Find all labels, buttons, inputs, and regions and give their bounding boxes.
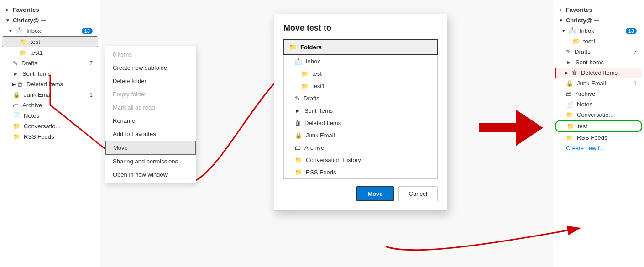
dialog-conversation-icon: 📁 bbox=[295, 157, 302, 163]
right-junk-item[interactable]: 🔒 Junk Email 1 bbox=[555, 78, 642, 89]
dialog-folders-label: Folders bbox=[300, 44, 322, 51]
dialog-archive-item[interactable]: 🗃 Archive bbox=[284, 141, 437, 154]
right-rss-label: RSS Feeds bbox=[577, 134, 607, 141]
context-create-subfolder[interactable]: Create new subfolder bbox=[105, 61, 196, 74]
dialog-deleted-items-label: Deleted Items bbox=[304, 120, 341, 126]
deleted-items-item[interactable]: ► 🗑 Deleted Items bbox=[2, 79, 98, 89]
conversation-item[interactable]: 📁 Conversatio... bbox=[2, 121, 98, 131]
junk-icon: 🔒 bbox=[13, 91, 20, 98]
dialog-test1-item[interactable]: 📁 test1 bbox=[284, 80, 437, 92]
dialog-archive-icon: 🗃 bbox=[295, 144, 301, 151]
dialog-folder-icon: 📁 bbox=[289, 43, 297, 51]
test1-folder-item[interactable]: 📁 test1 bbox=[2, 47, 98, 58]
conversation-icon: 📁 bbox=[13, 123, 20, 130]
right-account-name: Christy@ bbox=[566, 17, 592, 24]
right-inbox-label: Inbox bbox=[580, 27, 594, 34]
notes-icon: 📄 bbox=[13, 112, 20, 119]
dialog-rss-icon: 📁 bbox=[295, 169, 302, 176]
account-name-label: Christy@ bbox=[13, 17, 39, 24]
right-test1-item[interactable]: 📁 test1 bbox=[555, 36, 642, 47]
right-archive-label: Archive bbox=[576, 90, 595, 97]
dialog-folder-list: 📩 Inbox 📁 test 📁 test1 ✎ Drafts ► Sent I… bbox=[283, 55, 438, 179]
notes-item[interactable]: 📄 Notes bbox=[2, 110, 98, 121]
folder-icon: 📁 bbox=[20, 38, 27, 45]
right-deleted-chevron-icon: ► bbox=[564, 69, 570, 76]
inbox-item[interactable]: ▼ 📩 Inbox 13 bbox=[2, 26, 98, 36]
right-notes-item[interactable]: 📄 Notes bbox=[555, 99, 642, 110]
right-test-item[interactable]: 📁 test bbox=[555, 120, 642, 132]
test-folder-item[interactable]: 📁 test bbox=[2, 36, 98, 47]
inbox-label: Inbox bbox=[26, 27, 41, 34]
cancel-button[interactable]: Cancel bbox=[398, 186, 438, 201]
rss-item[interactable]: 📁 RSS Feeds bbox=[2, 131, 98, 142]
dialog-test-item[interactable]: 📁 test bbox=[284, 68, 437, 80]
right-create-new-item[interactable]: Create new f... bbox=[555, 143, 642, 153]
context-open-window[interactable]: Open in new window bbox=[105, 168, 196, 181]
dialog-drafts-item[interactable]: ✎ Drafts bbox=[284, 92, 437, 105]
right-deleted-items-item[interactable]: ► 🗑 Deleted Items bbox=[555, 68, 642, 78]
context-items-count: 0 items bbox=[105, 48, 196, 61]
dialog-rss-label: RSS Feeds bbox=[306, 169, 336, 176]
right-archive-icon: 🗃 bbox=[566, 90, 572, 97]
trash-icon: 🗑 bbox=[17, 81, 23, 88]
right-rss-item[interactable]: 📁 RSS Feeds bbox=[555, 132, 642, 143]
test1-folder-label: test1 bbox=[30, 49, 43, 56]
right-account-header[interactable]: ▼ Christy@ bbox=[553, 15, 644, 26]
move-button[interactable]: Move bbox=[356, 186, 393, 201]
right-create-new-label: Create new f... bbox=[566, 145, 605, 152]
inbox-badge: 13 bbox=[82, 28, 93, 34]
context-rename[interactable]: Rename bbox=[105, 114, 196, 127]
context-mark-all-read: Mark all as read bbox=[105, 101, 196, 114]
context-delete-folder[interactable]: Delete folder bbox=[105, 74, 196, 88]
drafts-item[interactable]: ✎ Drafts 7 bbox=[2, 58, 98, 68]
right-inbox-icon: 📩 bbox=[569, 27, 576, 34]
rss-label: RSS Feeds bbox=[24, 133, 54, 140]
dialog-inbox-label: Inbox bbox=[306, 58, 320, 65]
account-header[interactable]: ▼ Christy@ bbox=[0, 15, 100, 26]
right-inbox-item[interactable]: ▼ 📩 Inbox 13 bbox=[555, 26, 642, 36]
dialog-junk-label: Junk Email bbox=[306, 132, 335, 139]
account-badge bbox=[41, 20, 46, 21]
right-archive-item[interactable]: 🗃 Archive bbox=[555, 89, 642, 99]
right-chevron-down-icon: ▼ bbox=[559, 18, 563, 23]
junk-email-label: Junk Email bbox=[24, 91, 53, 98]
dialog-junk-icon: 🔒 bbox=[295, 132, 302, 139]
archive-item[interactable]: 🗃 Archive bbox=[2, 100, 98, 110]
dialog-conversation-item[interactable]: 📁 Conversation History bbox=[284, 154, 437, 166]
context-move[interactable]: Move bbox=[105, 141, 196, 155]
right-drafts-item[interactable]: ✎ Drafts 7 bbox=[555, 47, 642, 57]
favorites-label: Favorites bbox=[13, 6, 39, 13]
drafts-icon: ✎ bbox=[13, 60, 18, 67]
dialog-drafts-icon: ✎ bbox=[295, 95, 300, 102]
dialog-folders-header[interactable]: 📁 Folders bbox=[283, 39, 438, 55]
right-sent-items-label: Sent Items bbox=[576, 59, 604, 66]
right-junk-badge: 1 bbox=[634, 80, 637, 87]
context-add-favorites[interactable]: Add to Favorites bbox=[105, 127, 196, 141]
junk-email-item[interactable]: 🔒 Junk Email 1 bbox=[2, 89, 98, 100]
right-junk-label: Junk Email bbox=[577, 80, 606, 87]
right-test1-folder-icon: 📁 bbox=[572, 38, 580, 45]
chevron-right-icon: ► bbox=[5, 7, 10, 12]
rss-icon: 📁 bbox=[13, 133, 20, 140]
dialog-inbox-item[interactable]: 📩 Inbox bbox=[284, 55, 437, 68]
dialog-junk-item[interactable]: 🔒 Junk Email bbox=[284, 129, 437, 141]
dialog-title: Move test to bbox=[283, 23, 438, 33]
right-drafts-icon: ✎ bbox=[566, 48, 571, 55]
sent-items-item[interactable]: ► Sent Items bbox=[2, 68, 98, 79]
dialog-conversation-label: Conversation History bbox=[306, 157, 361, 163]
notes-label: Notes bbox=[24, 112, 39, 119]
move-dialog: Move test to 📁 Folders 📩 Inbox 📁 test 📁 … bbox=[274, 14, 447, 211]
right-drafts-badge: 7 bbox=[634, 49, 637, 55]
dialog-rss-item[interactable]: 📁 RSS Feeds bbox=[284, 166, 437, 178]
context-menu: 0 items Create new subfolder Delete fold… bbox=[105, 46, 196, 183]
favorites-header[interactable]: ► Favorites bbox=[0, 5, 100, 15]
dialog-deleted-items-item[interactable]: 🗑 Deleted Items bbox=[284, 117, 437, 129]
right-sent-items-item[interactable]: ► Sent Items bbox=[555, 57, 642, 68]
context-sharing[interactable]: Sharing and permissions bbox=[105, 155, 196, 168]
right-notes-icon: 📄 bbox=[566, 101, 573, 108]
right-conversation-item[interactable]: 📁 Conversatio... bbox=[555, 110, 642, 120]
test-folder-label: test bbox=[31, 38, 40, 45]
dialog-test1-label: test1 bbox=[312, 83, 325, 89]
dialog-sent-items-item[interactable]: ► Sent Items bbox=[284, 105, 437, 117]
right-favorites-header[interactable]: ► Favorites bbox=[553, 5, 644, 15]
